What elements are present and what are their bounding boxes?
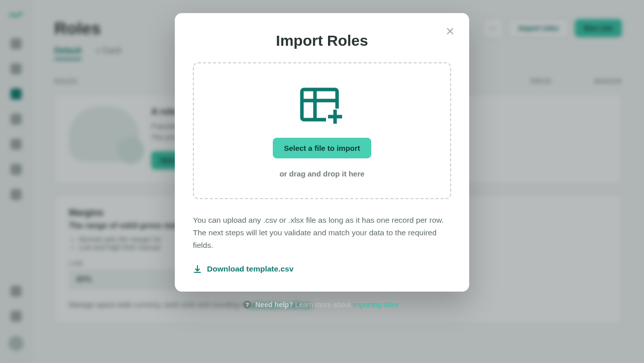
download-icon xyxy=(193,264,202,274)
help-text: Learn more about xyxy=(293,301,353,309)
dropzone[interactable]: Select a file to import or drag and drop… xyxy=(193,62,451,199)
select-file-button[interactable]: Select a file to import xyxy=(273,138,371,158)
modal-title: Import Roles xyxy=(193,32,451,49)
help-suffix: . xyxy=(399,301,401,309)
modal-description: You can upload any .csv or .xlsx file as… xyxy=(193,214,451,251)
help-icon: ? xyxy=(243,301,251,309)
importing-roles-link[interactable]: importing roles xyxy=(353,301,399,309)
modal-desc-line1: You can upload any .csv or .xlsx file as… xyxy=(193,214,451,227)
modal-desc-line2: The next steps will let you validate and… xyxy=(193,227,451,252)
download-template-link[interactable]: Download template.csv xyxy=(193,264,293,274)
close-icon xyxy=(446,27,455,36)
drag-drop-text: or drag and drop it here xyxy=(279,169,364,178)
table-plus-icon xyxy=(300,87,344,125)
import-roles-modal: Import Roles Select a file to import or … xyxy=(175,13,469,292)
help-row: ? Need help? Learn more about importing … xyxy=(243,301,400,309)
close-button[interactable] xyxy=(443,24,457,38)
modal-overlay[interactable]: Import Roles Select a file to import or … xyxy=(0,0,644,363)
download-template-label: Download template.csv xyxy=(207,264,293,274)
help-bold: Need help? xyxy=(255,301,293,309)
